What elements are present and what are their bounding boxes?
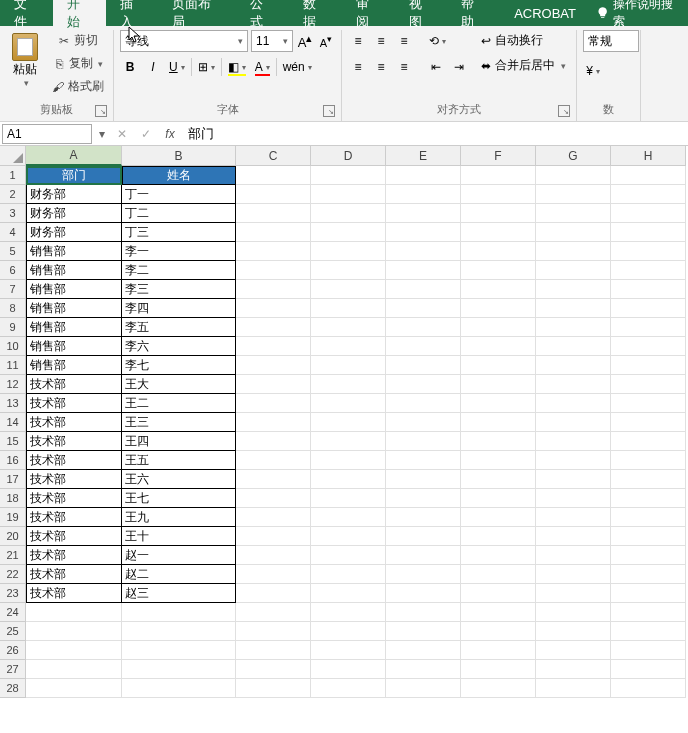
border-button[interactable]: ⊞ — [195, 56, 218, 78]
cell[interactable] — [386, 318, 461, 337]
cell[interactable] — [536, 546, 611, 565]
cell[interactable] — [611, 470, 686, 489]
dialog-launcher-icon[interactable]: ↘ — [558, 105, 570, 117]
cell[interactable]: 技术部 — [26, 432, 122, 451]
row-header[interactable]: 17 — [0, 470, 26, 489]
cell[interactable] — [26, 679, 122, 698]
cell[interactable] — [386, 223, 461, 242]
orientation-button[interactable]: ⟲ — [426, 30, 449, 52]
cell[interactable] — [236, 565, 311, 584]
cell[interactable] — [236, 375, 311, 394]
cell[interactable]: 李一 — [122, 242, 236, 261]
cell[interactable]: 技术部 — [26, 375, 122, 394]
cell[interactable]: 李七 — [122, 356, 236, 375]
cell[interactable]: 王七 — [122, 489, 236, 508]
cell[interactable] — [536, 261, 611, 280]
cell[interactable] — [386, 432, 461, 451]
tab-acrobat[interactable]: ACROBAT — [500, 0, 590, 26]
insert-function-button[interactable]: fx — [158, 127, 182, 141]
cell[interactable] — [536, 413, 611, 432]
tell-me-search[interactable]: 操作说明搜索 — [590, 0, 688, 26]
cell[interactable] — [461, 185, 536, 204]
cell[interactable]: 王五 — [122, 451, 236, 470]
formula-input[interactable]: 部门 — [182, 125, 688, 143]
cell[interactable] — [311, 451, 386, 470]
cell[interactable]: 丁三 — [122, 223, 236, 242]
cell[interactable] — [461, 242, 536, 261]
cell[interactable] — [236, 394, 311, 413]
row-header[interactable]: 23 — [0, 584, 26, 603]
cell[interactable] — [536, 337, 611, 356]
cell[interactable] — [536, 527, 611, 546]
cell[interactable] — [536, 451, 611, 470]
cell[interactable] — [536, 185, 611, 204]
cell[interactable]: 技术部 — [26, 413, 122, 432]
cell[interactable]: 技术部 — [26, 394, 122, 413]
cell[interactable] — [611, 280, 686, 299]
cell[interactable] — [461, 318, 536, 337]
tab-insert[interactable]: 插入 — [106, 0, 159, 26]
cell[interactable] — [611, 451, 686, 470]
cell[interactable] — [386, 166, 461, 185]
cell[interactable] — [536, 394, 611, 413]
cell[interactable] — [461, 223, 536, 242]
dialog-launcher-icon[interactable]: ↘ — [323, 105, 335, 117]
cell[interactable]: 李四 — [122, 299, 236, 318]
cell[interactable] — [386, 337, 461, 356]
cell[interactable] — [236, 166, 311, 185]
cell[interactable] — [122, 622, 236, 641]
decrease-indent-button[interactable]: ⇤ — [426, 56, 446, 78]
row-header[interactable]: 19 — [0, 508, 26, 527]
cell[interactable]: 丁二 — [122, 204, 236, 223]
cell[interactable] — [611, 223, 686, 242]
cell[interactable] — [461, 508, 536, 527]
cell[interactable]: 李六 — [122, 337, 236, 356]
cell[interactable] — [461, 394, 536, 413]
cell[interactable] — [536, 432, 611, 451]
align-middle-button[interactable]: ≡ — [371, 30, 391, 52]
font-size-combo[interactable]: 11 ▾ — [251, 30, 293, 52]
cell[interactable] — [611, 185, 686, 204]
cell[interactable] — [122, 641, 236, 660]
cell[interactable] — [536, 603, 611, 622]
cell[interactable] — [461, 565, 536, 584]
cell[interactable] — [386, 584, 461, 603]
cell[interactable] — [386, 242, 461, 261]
cell[interactable] — [122, 660, 236, 679]
row-header[interactable]: 14 — [0, 413, 26, 432]
cell[interactable] — [236, 299, 311, 318]
cell[interactable] — [311, 280, 386, 299]
underline-button[interactable]: U — [166, 56, 188, 78]
column-header-H[interactable]: H — [611, 146, 686, 166]
cell[interactable] — [311, 356, 386, 375]
tab-data[interactable]: 数据 — [289, 0, 342, 26]
name-box-dropdown[interactable]: ▾ — [94, 127, 110, 141]
cell[interactable] — [461, 356, 536, 375]
cell[interactable] — [611, 261, 686, 280]
cell[interactable] — [611, 413, 686, 432]
align-right-button[interactable]: ≡ — [394, 56, 414, 78]
cell[interactable] — [536, 223, 611, 242]
column-header-A[interactable]: A — [26, 146, 122, 166]
cell[interactable] — [122, 603, 236, 622]
row-header[interactable]: 24 — [0, 603, 26, 622]
cell[interactable] — [611, 508, 686, 527]
align-center-button[interactable]: ≡ — [371, 56, 391, 78]
row-header[interactable]: 7 — [0, 280, 26, 299]
cell[interactable]: 财务部 — [26, 185, 122, 204]
row-header[interactable]: 9 — [0, 318, 26, 337]
cell[interactable]: 技术部 — [26, 470, 122, 489]
row-header[interactable]: 4 — [0, 223, 26, 242]
cell[interactable] — [536, 622, 611, 641]
cell[interactable] — [386, 394, 461, 413]
cell[interactable] — [461, 413, 536, 432]
cell[interactable]: 销售部 — [26, 242, 122, 261]
cell[interactable]: 李五 — [122, 318, 236, 337]
font-color-button[interactable]: A — [252, 56, 273, 78]
cell[interactable] — [611, 432, 686, 451]
cell[interactable] — [611, 489, 686, 508]
cell[interactable] — [386, 299, 461, 318]
tab-review[interactable]: 审阅 — [342, 0, 395, 26]
cell[interactable] — [461, 546, 536, 565]
cell[interactable] — [461, 204, 536, 223]
